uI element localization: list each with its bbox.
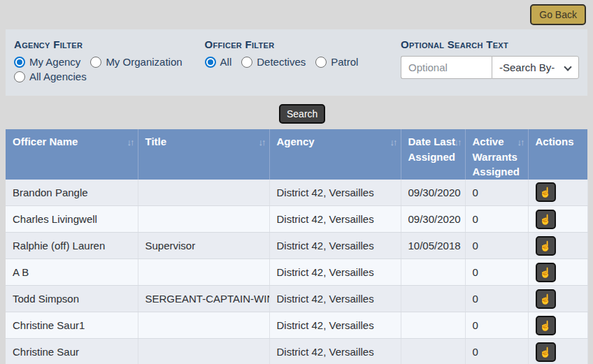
column-header-active-warrants-assigned[interactable]: Active Warrants Assigned↓↑ [465,129,528,180]
cell-agency: District 42, Versailles [269,233,401,259]
chevron-down-icon [564,63,571,71]
sort-icon[interactable]: ↓↑ [390,135,396,150]
radio-button-icon[interactable] [14,57,25,68]
cell-active-warrants: 0 [465,286,528,312]
table-row: A BDistrict 42, Versailles0☝ [6,259,587,286]
go-back-button[interactable]: Go Back [530,4,586,25]
column-header-label: Actions [536,136,574,147]
column-header-officer-name[interactable]: Officer Name↓↑ [6,129,138,180]
table-body: Brandon PangleDistrict 42, Versailles09/… [6,180,587,364]
hand-pointer-icon: ☝ [539,294,551,304]
optional-search-label: Optional Search Text [401,38,579,50]
officer-filter-group: Officer Filter AllDetectivesPatrol [205,38,401,96]
cell-actions: ☝ [528,233,587,259]
column-header-actions: Actions [528,129,587,180]
cell-actions: ☝ [528,312,587,339]
radio-option-my-organization[interactable]: My Organization [90,56,182,68]
cell-title: Supervisor [138,233,269,259]
select-officer-button[interactable]: ☝ [536,236,556,256]
radio-button-icon[interactable] [241,57,252,68]
cell-actions: ☝ [528,286,587,312]
cell-agency: District 42, Versailles [269,206,401,233]
agency-filter-label: Agency Filter [14,38,205,50]
cell-date-last-assigned [401,259,465,286]
select-officer-button[interactable]: ☝ [536,316,556,335]
cell-officer-name: Brandon Pangle [6,180,138,206]
table-row: Brandon PangleDistrict 42, Versailles09/… [6,180,587,206]
cell-title [138,339,269,364]
select-officer-button[interactable]: ☝ [536,210,556,229]
cell-actions: ☝ [528,339,587,364]
cell-agency: District 42, Versailles [269,286,401,312]
cell-date-last-assigned [401,312,465,339]
column-header-agency[interactable]: Agency↓↑ [269,129,401,180]
select-officer-button[interactable]: ☝ [536,263,556,282]
cell-actions: ☝ [528,206,587,233]
cell-active-warrants: 0 [465,312,528,339]
cell-agency: District 42, Versailles [269,312,401,339]
cell-actions: ☝ [528,180,587,206]
search-by-selected-value: -Search By- [499,61,555,73]
table-row: Todd SimpsonSERGEANT-CAPTAIN-WINDistrict… [6,286,587,312]
hand-pointer-icon: ☝ [539,187,551,197]
column-header-date-last-assigned[interactable]: Date Last Assigned↓↑ [401,129,465,180]
search-button[interactable]: Search [279,104,325,124]
cell-active-warrants: 0 [465,206,528,233]
sort-icon[interactable]: ↓↑ [259,135,265,150]
sort-icon[interactable]: ↓↑ [455,135,461,150]
radio-option-all[interactable]: All [205,56,232,68]
cell-officer-name: Ralphie (off) Lauren [6,233,138,259]
table-row: Charles LivingwellDistrict 42, Versaille… [6,206,587,233]
radio-option-patrol[interactable]: Patrol [315,56,358,68]
officer-table: Officer Name↓↑Title↓↑Agency↓↑Date Last A… [6,129,588,364]
table-row: Christine SaurDistrict 42, Versailles0☝ [6,339,587,364]
radio-option-my-agency[interactable]: My Agency [14,56,80,68]
select-officer-button[interactable]: ☝ [536,289,556,309]
column-header-label: Officer Name [13,136,78,147]
cell-officer-name: A B [6,259,138,286]
radio-option-all-agencies[interactable]: All Agencies [14,71,87,82]
radio-button-icon[interactable] [205,57,216,68]
cell-title [138,206,269,233]
cell-actions: ☝ [528,259,587,286]
cell-officer-name: Charles Livingwell [6,206,138,233]
radio-option-detectives[interactable]: Detectives [241,56,306,68]
cell-agency: District 42, Versailles [269,339,401,364]
hand-pointer-icon: ☝ [539,214,551,224]
cell-agency: District 42, Versailles [269,259,401,286]
cell-title: SERGEANT-CAPTAIN-WIN [138,286,269,312]
table-row: Ralphie (off) LaurenSupervisorDistrict 4… [6,233,587,259]
agency-filter-options: My AgencyMy OrganizationAll Agencies [14,56,197,82]
select-officer-button[interactable]: ☝ [536,182,556,202]
radio-option-label: Patrol [331,56,358,68]
sort-icon[interactable]: ↓↑ [127,135,134,150]
column-header-title[interactable]: Title↓↑ [138,129,269,180]
radio-option-label: All [220,56,232,68]
cell-active-warrants: 0 [465,339,528,364]
hand-pointer-icon: ☝ [539,241,551,251]
search-controls: -Search By- [401,56,579,79]
select-officer-button[interactable]: ☝ [536,342,556,362]
radio-button-icon[interactable] [90,57,101,68]
sort-icon[interactable]: ↓↑ [517,135,524,150]
cell-officer-name: Christine Saur1 [6,312,138,339]
radio-button-icon[interactable] [315,57,327,68]
officer-filter-options: AllDetectivesPatrol [205,56,388,68]
radio-option-label: My Organization [106,56,182,68]
cell-date-last-assigned [401,339,465,364]
radio-option-label: My Agency [29,56,80,68]
radio-button-icon[interactable] [14,71,25,82]
cell-agency: District 42, Versailles [269,180,401,206]
cell-date-last-assigned [401,286,465,312]
cell-officer-name: Todd Simpson [6,286,138,312]
column-header-label: Title [145,136,167,147]
cell-officer-name: Christine Saur [6,339,138,364]
search-by-select[interactable]: -Search By- [492,56,579,79]
cell-title [138,180,269,206]
cell-date-last-assigned: 09/30/2020 [401,180,465,206]
agency-filter-group: Agency Filter My AgencyMy OrganizationAl… [14,38,205,96]
cell-active-warrants: 0 [465,180,528,206]
cell-title [138,259,269,286]
hand-pointer-icon: ☝ [539,268,551,277]
optional-search-input[interactable] [401,56,492,79]
